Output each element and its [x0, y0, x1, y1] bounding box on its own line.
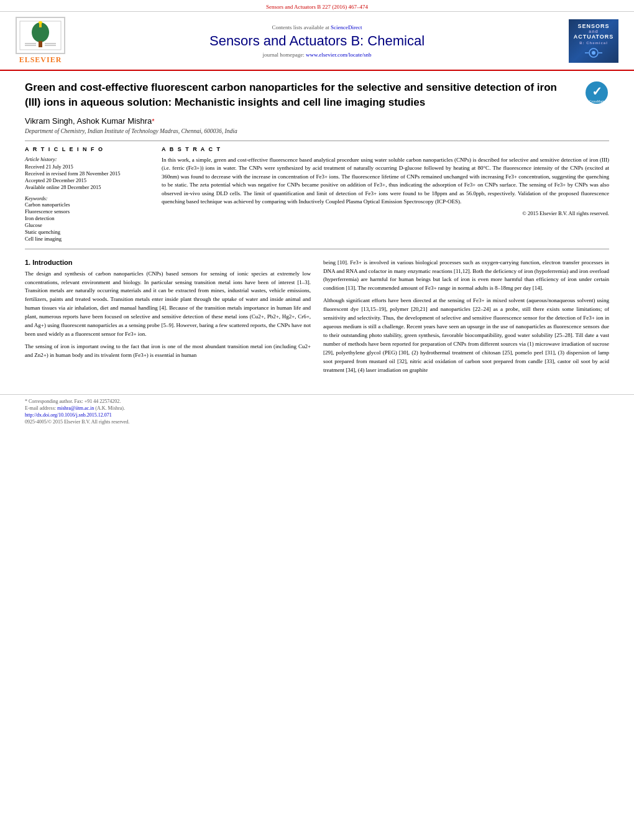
abstract-section: A B S T R A C T In this work, a simple, … [162, 146, 609, 242]
received: Received 21 July 2015 [25, 164, 149, 170]
divider-1 [25, 141, 609, 141]
journal-center: Contents lists available at ScienceDirec… [68, 24, 566, 58]
elsevier-logo: ELSEVIER [12, 17, 68, 65]
affiliation: Department of Chemistry, Indian Institut… [25, 128, 609, 134]
elsevier-text: ELSEVIER [19, 55, 62, 65]
keywords-section: Keywords: Carbon nanoparticles Fluoresce… [25, 195, 149, 242]
article-title-section: Green and cost-effective fluorescent car… [25, 80, 609, 110]
history-label: Article history: [25, 156, 149, 162]
article-info-title: A R T I C L E I N F O [25, 146, 149, 152]
journal-header: ELSEVIER Contents lists available at Sci… [0, 12, 634, 71]
sensors-logo: SENSORS and ACTUATORS B: Chemical [566, 19, 622, 63]
sensors-logo-box: SENSORS and ACTUATORS B: Chemical [569, 19, 618, 63]
keyword-6: Cell line imaging [25, 236, 149, 242]
body-col-left: 1. Introduction The design and synthesis… [25, 259, 311, 379]
article-info: A R T I C L E I N F O Article history: R… [25, 146, 149, 242]
elsevier-logo-box [16, 17, 65, 54]
abstract-title: A B S T R A C T [162, 146, 609, 152]
author-star: * [152, 118, 154, 125]
intro-heading: 1. Introduction [25, 259, 311, 266]
abstract-text: In this work, a simple, green and cost-e… [162, 156, 609, 206]
crossmark[interactable]: ✓ CrossMark [584, 80, 609, 105]
journal-title: Sensors and Actuators B: Chemical [81, 33, 553, 49]
journal-ref: Sensors and Actuators B 227 (2016) 467–4… [266, 4, 368, 10]
copyright: © 2015 Elsevier B.V. All rights reserved… [162, 210, 609, 216]
body-col-right: being [10]. Fe3+ is involved in various … [323, 259, 609, 379]
col2-para-1: being [10]. Fe3+ is involved in various … [323, 259, 609, 293]
intro-para-2: The sensing of iron is important owing t… [25, 343, 311, 360]
issn-note: 0925-4005/© 2015 Elsevier B.V. All right… [25, 419, 609, 425]
svg-text:✓: ✓ [592, 85, 602, 98]
journal-homepage: journal homepage: www.elsevier.com/locat… [81, 52, 553, 58]
and-text: and [589, 29, 598, 34]
accepted: Accepted 20 December 2015 [25, 177, 149, 183]
keyword-1: Carbon nanoparticles [25, 201, 149, 208]
available-online: Available online 28 December 2015 [25, 184, 149, 190]
intro-para-1: The design and synthesis of carbon nanop… [25, 270, 311, 339]
divider-2 [25, 249, 609, 249]
article-history: Article history: Received 21 July 2015 R… [25, 156, 149, 190]
doi-link[interactable]: http://dx.doi.org/10.1016/j.snb.2015.12.… [25, 412, 112, 418]
svg-point-11 [592, 51, 595, 55]
article-title: Green and cost-effective fluorescent car… [25, 80, 575, 110]
body-columns: 1. Introduction The design and synthesis… [25, 259, 609, 379]
top-bar: Sensors and Actuators B 227 (2016) 467–4… [0, 0, 634, 12]
keyword-2: Fluorescence sensors [25, 208, 149, 215]
received-revised: Received in revised form 28 November 201… [25, 170, 149, 177]
content-line: Contents lists available at ScienceDirec… [81, 24, 553, 30]
keyword-3: Iron detection [25, 215, 149, 221]
authors: Vikram Singh, Ashok Kumar Mishra* [25, 116, 609, 126]
article-footer: * Corresponding author. Fax: +91 44 2257… [0, 394, 634, 428]
homepage-link[interactable]: www.elsevier.com/locate/snb [306, 52, 371, 58]
svg-rect-3 [39, 41, 42, 47]
sensors-text: SENSORS [577, 23, 609, 29]
svg-point-5 [39, 21, 42, 24]
page: Sensors and Actuators B 227 (2016) 467–4… [0, 0, 634, 840]
section-number: 1. [25, 259, 30, 266]
sciencedirect-link[interactable]: ScienceDirect [331, 24, 362, 30]
info-columns: A R T I C L E I N F O Article history: R… [25, 146, 609, 242]
keyword-4: Glucose [25, 222, 149, 228]
email-link[interactable]: mishra@iitm.ac.in [57, 405, 94, 411]
main-content: Green and cost-effective fluorescent car… [0, 71, 634, 388]
sensors-icon [584, 47, 603, 59]
svg-text:CrossMark: CrossMark [589, 99, 605, 103]
doi-note: http://dx.doi.org/10.1016/j.snb.2015.12.… [25, 412, 609, 418]
corresponding-note: * Corresponding author. Fax: +91 44 2257… [25, 399, 609, 404]
email-note: E-mail address: mishra@iitm.ac.in (A.K. … [25, 405, 609, 411]
col2-para-2: Although significant efforts have been d… [323, 297, 609, 374]
keywords-label: Keywords: [25, 195, 48, 201]
actuators-subtitle: B: Chemical [579, 41, 608, 45]
actuators-text: ACTUATORS [574, 34, 614, 40]
keyword-5: Static quenching [25, 229, 149, 235]
